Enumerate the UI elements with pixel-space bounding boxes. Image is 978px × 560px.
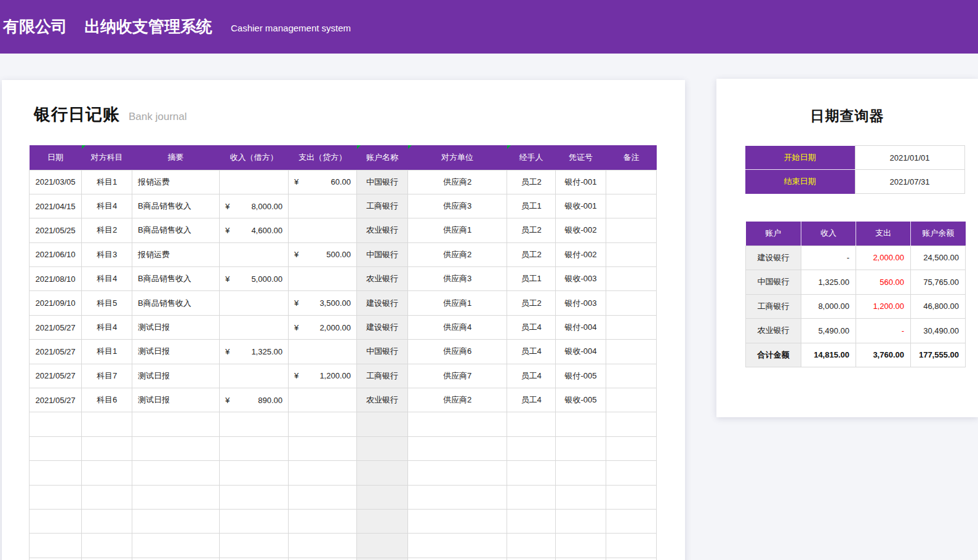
journal-cell-counterparty[interactable] bbox=[408, 534, 507, 558]
journal-cell-subject[interactable]: 科目6 bbox=[82, 388, 132, 412]
journal-cell-expense[interactable]: ¥1,200.00 bbox=[289, 364, 357, 388]
journal-cell-account[interactable]: 建设银行 bbox=[357, 291, 408, 315]
journal-col-handler[interactable]: 经手人 bbox=[507, 145, 556, 170]
journal-cell-expense[interactable] bbox=[289, 509, 357, 533]
journal-cell-expense[interactable] bbox=[289, 461, 357, 485]
journal-cell-expense[interactable] bbox=[289, 534, 357, 558]
journal-cell-summary[interactable] bbox=[132, 461, 220, 485]
journal-cell-date[interactable]: 2021/06/10 bbox=[30, 242, 82, 266]
journal-cell-handler[interactable]: 员工2 bbox=[507, 291, 556, 315]
journal-cell-counterparty[interactable] bbox=[408, 436, 507, 460]
journal-cell-account[interactable]: 农业银行 bbox=[357, 267, 408, 291]
journal-cell-expense[interactable] bbox=[289, 558, 357, 560]
journal-cell-account[interactable] bbox=[357, 461, 408, 485]
journal-cell-remark[interactable] bbox=[606, 218, 657, 242]
journal-cell-subject[interactable] bbox=[82, 461, 132, 485]
journal-col-voucher[interactable]: 凭证号 bbox=[556, 145, 606, 170]
journal-cell-voucher[interactable]: 银付-004 bbox=[556, 315, 606, 339]
journal-cell-handler[interactable] bbox=[507, 412, 556, 436]
journal-cell-income[interactable] bbox=[220, 242, 289, 266]
journal-cell-counterparty[interactable] bbox=[408, 485, 507, 509]
journal-cell-remark[interactable] bbox=[606, 436, 657, 460]
journal-cell-income[interactable] bbox=[220, 534, 289, 558]
journal-cell-income[interactable] bbox=[220, 485, 289, 509]
journal-cell-account[interactable]: 中国银行 bbox=[357, 340, 408, 364]
journal-cell-expense[interactable]: ¥60.00 bbox=[289, 170, 357, 194]
journal-cell-subject[interactable] bbox=[82, 412, 132, 436]
journal-cell-income[interactable] bbox=[220, 412, 289, 436]
journal-cell-income[interactable]: ¥8,000.00 bbox=[220, 194, 289, 218]
journal-col-remark[interactable]: 备注 bbox=[606, 145, 657, 170]
journal-cell-subject[interactable]: 科目4 bbox=[82, 267, 132, 291]
journal-cell-remark[interactable] bbox=[606, 558, 657, 560]
journal-cell-voucher[interactable] bbox=[556, 436, 606, 460]
journal-cell-handler[interactable] bbox=[507, 436, 556, 460]
journal-cell-account[interactable]: 中国银行 bbox=[357, 242, 408, 266]
journal-cell-voucher[interactable] bbox=[556, 461, 606, 485]
journal-cell-account[interactable] bbox=[357, 485, 408, 509]
journal-cell-remark[interactable] bbox=[606, 194, 657, 218]
journal-cell-counterparty[interactable]: 供应商1 bbox=[408, 291, 507, 315]
journal-cell-date[interactable]: 2021/05/27 bbox=[30, 388, 82, 412]
journal-cell-date[interactable] bbox=[30, 461, 82, 485]
journal-cell-summary[interactable] bbox=[132, 509, 220, 533]
journal-cell-voucher[interactable] bbox=[556, 485, 606, 509]
journal-cell-remark[interactable] bbox=[606, 461, 657, 485]
journal-cell-income[interactable] bbox=[220, 364, 289, 388]
journal-cell-income[interactable] bbox=[220, 509, 289, 533]
journal-col-subject[interactable]: 对方科目 bbox=[82, 145, 132, 170]
journal-cell-remark[interactable] bbox=[606, 315, 657, 339]
journal-cell-account[interactable] bbox=[357, 534, 408, 558]
journal-cell-account[interactable]: 农业银行 bbox=[357, 218, 408, 242]
journal-cell-income[interactable] bbox=[220, 436, 289, 460]
journal-cell-subject[interactable] bbox=[82, 558, 132, 560]
journal-cell-handler[interactable]: 员工1 bbox=[507, 267, 556, 291]
journal-cell-expense[interactable] bbox=[289, 485, 357, 509]
journal-cell-date[interactable] bbox=[30, 412, 82, 436]
journal-cell-income[interactable] bbox=[220, 291, 289, 315]
journal-cell-counterparty[interactable]: 供应商2 bbox=[408, 170, 507, 194]
journal-cell-handler[interactable] bbox=[507, 558, 556, 560]
journal-cell-remark[interactable] bbox=[606, 364, 657, 388]
journal-cell-remark[interactable] bbox=[606, 412, 657, 436]
journal-cell-date[interactable] bbox=[30, 485, 82, 509]
journal-cell-counterparty[interactable]: 供应商3 bbox=[408, 194, 507, 218]
journal-cell-account[interactable]: 工商银行 bbox=[357, 364, 408, 388]
journal-cell-summary[interactable] bbox=[132, 412, 220, 436]
journal-cell-account[interactable]: 农业银行 bbox=[357, 388, 408, 412]
journal-cell-handler[interactable] bbox=[507, 461, 556, 485]
journal-col-expense[interactable]: 支出（贷方） bbox=[289, 145, 357, 170]
journal-cell-summary[interactable]: B商品销售收入 bbox=[132, 267, 220, 291]
journal-col-income[interactable]: 收入（借方） bbox=[220, 145, 289, 170]
journal-cell-counterparty[interactable]: 供应商2 bbox=[408, 388, 507, 412]
journal-cell-handler[interactable]: 员工4 bbox=[507, 364, 556, 388]
journal-cell-voucher[interactable]: 银收-003 bbox=[556, 267, 606, 291]
journal-cell-counterparty[interactable]: 供应商4 bbox=[408, 315, 507, 339]
journal-cell-account[interactable] bbox=[357, 412, 408, 436]
journal-cell-handler[interactable]: 员工1 bbox=[507, 194, 556, 218]
journal-cell-voucher[interactable]: 银收-002 bbox=[556, 218, 606, 242]
journal-cell-date[interactable] bbox=[30, 509, 82, 533]
journal-cell-summary[interactable]: B商品销售收入 bbox=[132, 291, 220, 315]
journal-cell-handler[interactable] bbox=[507, 509, 556, 533]
journal-cell-income[interactable]: ¥890.00 bbox=[220, 388, 289, 412]
journal-cell-account[interactable] bbox=[357, 509, 408, 533]
journal-cell-remark[interactable] bbox=[606, 267, 657, 291]
journal-cell-account[interactable]: 建设银行 bbox=[357, 315, 408, 339]
journal-cell-summary[interactable]: 报销运费 bbox=[132, 242, 220, 266]
journal-cell-date[interactable] bbox=[30, 558, 82, 560]
journal-cell-summary[interactable] bbox=[132, 485, 220, 509]
journal-cell-remark[interactable] bbox=[606, 340, 657, 364]
journal-cell-summary[interactable]: 测试日报 bbox=[132, 340, 220, 364]
journal-cell-income[interactable] bbox=[220, 315, 289, 339]
journal-cell-date[interactable]: 2021/05/25 bbox=[30, 218, 82, 242]
journal-cell-remark[interactable] bbox=[606, 485, 657, 509]
journal-cell-counterparty[interactable] bbox=[408, 412, 507, 436]
journal-cell-subject[interactable] bbox=[82, 534, 132, 558]
journal-cell-handler[interactable]: 员工4 bbox=[507, 388, 556, 412]
journal-cell-expense[interactable] bbox=[289, 218, 357, 242]
journal-cell-date[interactable] bbox=[30, 436, 82, 460]
start-date-value[interactable]: 2021/01/01 bbox=[855, 146, 964, 170]
journal-cell-date[interactable] bbox=[30, 534, 82, 558]
journal-cell-remark[interactable] bbox=[606, 170, 657, 194]
